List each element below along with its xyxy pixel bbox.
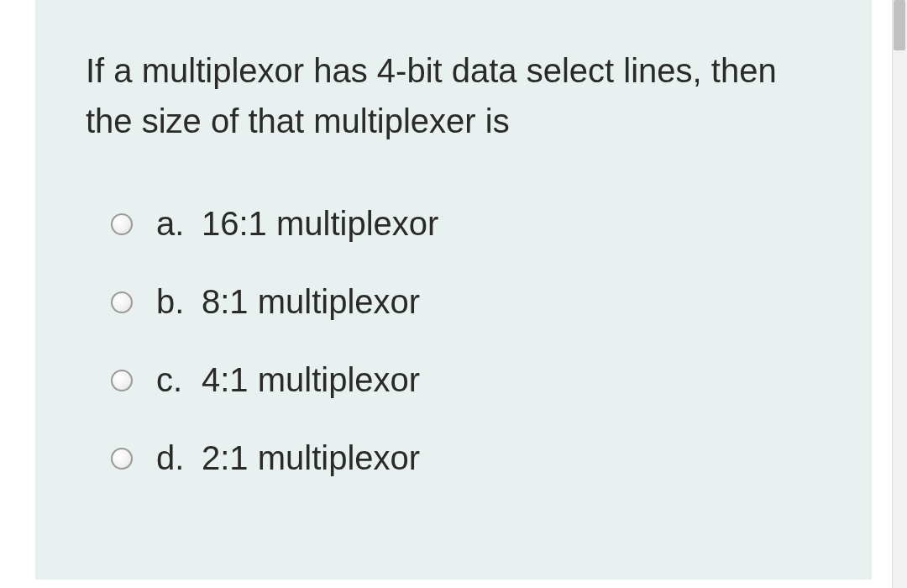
option-d[interactable]: d. 2:1 multiplexor <box>111 439 821 477</box>
option-letter: b. <box>156 283 202 321</box>
option-c[interactable]: c. 4:1 multiplexor <box>111 361 821 399</box>
question-text: If a multiplexor has 4-bit data select l… <box>86 45 821 146</box>
scrollbar-thumb[interactable] <box>894 0 905 50</box>
option-letter: d. <box>156 439 202 477</box>
option-text: 4:1 multiplexor <box>202 361 420 399</box>
radio-icon[interactable] <box>111 291 133 313</box>
option-letter: c. <box>156 361 202 399</box>
option-text: 8:1 multiplexor <box>202 283 420 321</box>
option-text: 16:1 multiplexor <box>202 205 438 243</box>
option-b[interactable]: b. 8:1 multiplexor <box>111 283 821 321</box>
radio-icon[interactable] <box>111 370 133 391</box>
option-text: 2:1 multiplexor <box>202 439 420 477</box>
radio-icon[interactable] <box>111 213 133 235</box>
options-list: a. 16:1 multiplexor b. 8:1 multiplexor c… <box>86 205 821 477</box>
question-card: If a multiplexor has 4-bit data select l… <box>35 0 872 580</box>
radio-icon[interactable] <box>111 448 133 470</box>
scrollbar-track[interactable] <box>892 0 907 588</box>
option-a[interactable]: a. 16:1 multiplexor <box>111 205 821 243</box>
option-letter: a. <box>156 205 202 243</box>
